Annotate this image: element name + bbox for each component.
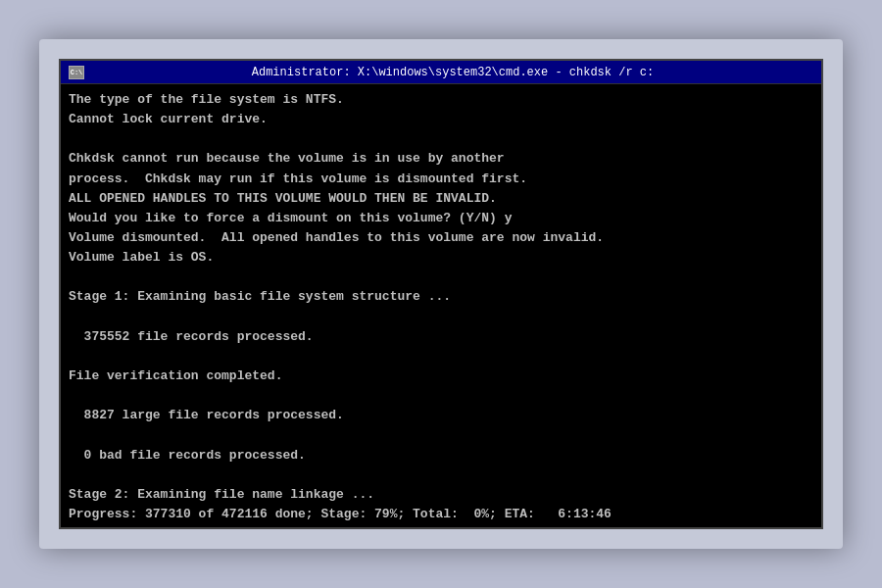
- cmd-icon-label: C:\: [71, 69, 83, 76]
- cmd-icon: C:\: [69, 66, 84, 79]
- screen-container: C:\ Administrator: X:\windows\system32\c…: [39, 39, 843, 549]
- cmd-output: The type of the file system is NTFS. Can…: [69, 90, 813, 524]
- cmd-window: C:\ Administrator: X:\windows\system32\c…: [59, 59, 823, 529]
- cmd-title: Administrator: X:\windows\system32\cmd.e…: [92, 66, 813, 79]
- cmd-body: The type of the file system is NTFS. Can…: [61, 84, 821, 527]
- cmd-titlebar: C:\ Administrator: X:\windows\system32\c…: [61, 61, 821, 84]
